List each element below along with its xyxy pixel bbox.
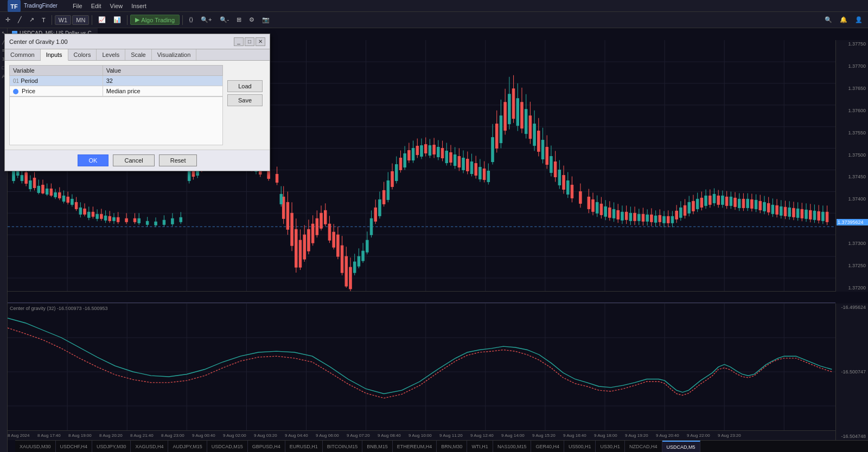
tab-usdcad-m5[interactable]: USDCAD,M5 <box>662 441 700 452</box>
dialog-tab-inputs[interactable]: Inputs <box>41 49 68 61</box>
dialog-tab-levels[interactable]: Levels <box>97 49 125 60</box>
price-tick-1: 1.37750 <box>837 41 867 47</box>
dialog-tab-scale[interactable]: Scale <box>125 49 152 60</box>
tab-nas100-m15[interactable]: NAS100,M15 <box>493 441 532 452</box>
menu-edit[interactable]: Edit <box>91 3 101 9</box>
tab-nzdcad-h4[interactable]: NZDCAD,H4 <box>625 441 662 452</box>
cancel-button[interactable]: Cancel <box>113 154 154 166</box>
tab-wti-h1[interactable]: WTI,H1 <box>467 441 493 452</box>
svg-text:TF: TF <box>10 3 18 10</box>
tab-audjpy-m15[interactable]: AUDJPY,M15 <box>168 441 207 452</box>
tab-bnb-m15[interactable]: BNB,M15 <box>362 441 393 452</box>
menu-file[interactable]: File <box>73 3 82 9</box>
tab-usdcad-m15[interactable]: USDCAD,M15 <box>207 441 248 452</box>
separator-2 <box>92 15 92 25</box>
chart-settings-btn[interactable]: ⚙ <box>246 15 258 25</box>
tab-eurusd-h1[interactable]: EURUSD,H1 <box>285 441 323 452</box>
line-chart-btn[interactable]: 📈 <box>95 15 109 25</box>
save-button[interactable]: Save <box>227 94 263 106</box>
time-tick-20: 9 Aug 19:20 <box>625 433 648 438</box>
tab-brn-m30[interactable]: BRN,M30 <box>437 441 467 452</box>
price-tick-5: 1.37550 <box>837 130 867 135</box>
reset-button[interactable]: Reset <box>159 154 197 166</box>
crosshair-tool[interactable]: ✛ <box>2 15 14 25</box>
separator-1 <box>52 15 52 25</box>
ok-button[interactable]: OK <box>78 154 109 166</box>
notification-btn[interactable]: 🔔 <box>837 15 851 25</box>
time-tick-0: 8 Aug 2024 <box>8 433 29 438</box>
dialog-tab-common[interactable]: Common <box>5 49 41 60</box>
zoom-in-btn[interactable]: 🔍+ <box>197 15 215 25</box>
brand-text: TradingFinder <box>24 3 58 9</box>
time-tick-12: 9 Aug 08:40 <box>378 433 401 438</box>
price-tick-10: 1.37300 <box>837 241 867 246</box>
price-axis: 1.37750 1.37700 1.37650 1.37600 1.37550 … <box>835 40 868 292</box>
line-tool[interactable]: ╱ <box>15 15 25 25</box>
dialog-empty-area <box>9 96 223 145</box>
price-row-icon <box>13 89 18 94</box>
algo-trading-btn[interactable]: ▶ Algo Trading <box>130 15 180 25</box>
dialog-center-of-gravity: Center of Gravity 1.00 _ □ ✕ Common Inpu… <box>4 34 270 171</box>
indicator-tick-1: -16.495624 <box>837 305 867 310</box>
account-btn[interactable]: 👤 <box>852 15 866 25</box>
dialog-tabs: Common Inputs Colors Levels Scale Visual… <box>5 49 270 61</box>
tab-xauusd-m30[interactable]: XAUUSD,M30 <box>15 441 56 452</box>
tab-us30-h1[interactable]: US30,H1 <box>596 441 625 452</box>
time-tick-17: 9 Aug 15:20 <box>532 433 556 438</box>
tab-usdchf-h4[interactable]: USDCHF,H4 <box>56 441 93 452</box>
variable-table: Variable Value 01 Period 32 <box>9 65 223 96</box>
price-tick-3: 1.37650 <box>837 86 867 91</box>
indicator-tick-2: -16.500747 <box>837 369 867 374</box>
time-tick-10: 9 Aug 06:00 <box>316 433 339 438</box>
menu-view[interactable]: View <box>110 3 123 9</box>
dialog-controls: _ □ ✕ <box>234 37 265 46</box>
indicator-chart-svg <box>8 304 835 440</box>
table-row-period[interactable]: 01 Period 32 <box>10 76 223 86</box>
table-row-price[interactable]: Price Median price <box>10 86 223 96</box>
load-button[interactable]: Load <box>227 80 263 92</box>
price-value[interactable]: Median price <box>103 86 222 96</box>
current-price-tag: 1.37395624 <box>837 219 868 225</box>
timeframe-w1[interactable]: W1 <box>55 15 72 25</box>
tab-usdjpy-m30[interactable]: USDJPY,M30 <box>92 441 131 452</box>
timeframe-mn[interactable]: MN <box>72 15 89 25</box>
period-variable: 01 Period <box>10 76 103 86</box>
screenshot-btn[interactable]: 📷 <box>259 15 273 25</box>
indicator-tick-3: -16.504748 <box>837 434 867 439</box>
time-tick-21: 9 Aug 20:40 <box>656 433 679 438</box>
price-tick-4: 1.37600 <box>837 108 867 113</box>
menu-insert[interactable]: Insert <box>131 3 146 9</box>
price-tick-7: 1.37450 <box>837 174 867 179</box>
dialog-close-btn[interactable]: ✕ <box>256 37 265 46</box>
price-tick-6: 1.37500 <box>837 152 867 158</box>
tab-ethereum-h4[interactable]: ETHEREUM,H4 <box>393 441 437 452</box>
grid-btn[interactable]: ⊞ <box>233 15 245 25</box>
dialog-minimize-btn[interactable]: _ <box>234 37 244 46</box>
text-tool[interactable]: T <box>39 15 49 25</box>
tab-xagusd-h4[interactable]: XAGUSD,H4 <box>131 441 168 452</box>
dialog-maximize-btn[interactable]: □ <box>245 37 254 46</box>
indicator-chart: Center of gravity (32) -16.500973 -16.50… <box>8 304 835 440</box>
time-tick-18: 9 Aug 16:40 <box>563 433 586 438</box>
arrow-tool[interactable]: ↗ <box>26 15 37 25</box>
bar-chart-btn[interactable]: 📊 <box>110 15 124 25</box>
tab-bitcoin-m15[interactable]: BITCOIN,M15 <box>323 441 363 452</box>
search-btn[interactable]: 🔍 <box>821 15 835 25</box>
tab-us500-h1[interactable]: US500,H1 <box>564 441 596 452</box>
time-tick-5: 8 Aug 23:00 <box>161 433 184 438</box>
time-tick-13: 9 Aug 10:00 <box>409 433 432 438</box>
time-tick-4: 8 Aug 21:40 <box>130 433 154 438</box>
indicator-list-btn[interactable]: ⟨⟩ <box>186 15 196 25</box>
period-value[interactable]: 32 <box>103 76 222 86</box>
tab-ger40-h4[interactable]: GER40,H4 <box>531 441 564 452</box>
tab-gbpusd-h4[interactable]: GBPUSD,H4 <box>248 441 285 452</box>
dialog-titlebar[interactable]: Center of Gravity 1.00 _ □ ✕ <box>5 34 270 49</box>
zoom-out-btn[interactable]: 🔍- <box>216 15 233 25</box>
indicator-axis: -16.495624 -16.500747 -16.504748 <box>835 304 868 440</box>
time-tick-6: 9 Aug 00:40 <box>192 433 215 438</box>
separator-3 <box>127 15 127 25</box>
dialog-tab-colors[interactable]: Colors <box>68 49 97 60</box>
time-axis: 8 Aug 2024 8 Aug 17:40 8 Aug 19:00 8 Aug… <box>8 430 835 440</box>
dialog-content: Variable Value 01 Period 32 <box>5 61 270 150</box>
dialog-tab-visualization[interactable]: Visualization <box>152 49 197 60</box>
